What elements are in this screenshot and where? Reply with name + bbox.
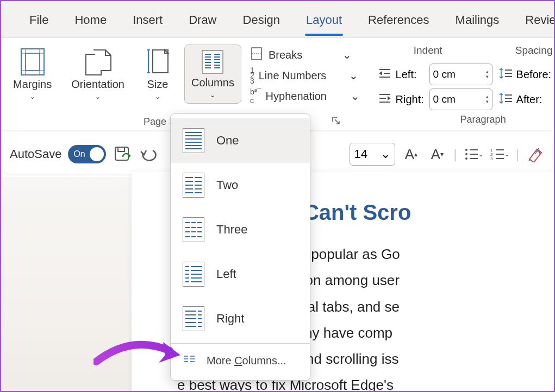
columns-button[interactable]: Columns ⌄ bbox=[184, 45, 241, 104]
line-numbers-icon: 123 bbox=[250, 67, 254, 84]
indent-right-input[interactable]: 0 cm ▴▾ bbox=[429, 88, 492, 110]
hyphenation-button[interactable]: bª¯c Hyphenation ⌄ bbox=[250, 86, 360, 106]
margins-button[interactable]: Margins ⌄ bbox=[7, 45, 58, 103]
spacing-after-label: After: bbox=[516, 93, 555, 106]
increase-font-icon[interactable]: A▴ bbox=[402, 144, 421, 164]
chevron-down-icon: ⌄ bbox=[155, 93, 160, 100]
indent-right-icon bbox=[377, 92, 392, 107]
undo-icon[interactable] bbox=[139, 144, 158, 164]
columns-dropdown: One Two Three Left Right More Columns... bbox=[170, 113, 310, 381]
svg-text:3: 3 bbox=[490, 156, 493, 161]
columns-option-label: Two bbox=[216, 178, 238, 192]
chevron-down-icon: ⌄ bbox=[351, 90, 360, 103]
tab-home[interactable]: Home bbox=[61, 9, 120, 37]
autosave-state: On bbox=[73, 149, 85, 159]
indent-left-input[interactable]: 0 cm ▴▾ bbox=[429, 64, 492, 85]
tab-insert[interactable]: Insert bbox=[120, 9, 176, 37]
columns-option-one[interactable]: One bbox=[171, 118, 310, 163]
ribbon-tabs: File Home Insert Draw Design Layout Refe… bbox=[1, 1, 554, 38]
font-size-input[interactable]: 14 ⌄ bbox=[350, 143, 395, 166]
more-columns-label: More Columns... bbox=[207, 355, 286, 367]
hyphenation-icon: bª¯c bbox=[250, 87, 261, 105]
size-button[interactable]: Size ⌄ bbox=[138, 45, 178, 103]
tab-design[interactable]: Design bbox=[230, 9, 293, 37]
spacing-before-label: Before: bbox=[516, 68, 555, 81]
decrease-font-icon[interactable]: A▾ bbox=[428, 144, 447, 164]
bullets-icon[interactable]: ⌄ bbox=[464, 144, 483, 164]
columns-option-left[interactable]: Left bbox=[171, 252, 310, 296]
annotation-arrow-icon bbox=[93, 329, 186, 375]
orientation-icon bbox=[83, 47, 113, 77]
orientation-label: Orientation bbox=[71, 78, 124, 91]
page-setup-dialog-launcher[interactable] bbox=[332, 116, 340, 127]
breaks-label: Breaks bbox=[269, 49, 338, 61]
breaks-icon bbox=[250, 47, 264, 64]
line-numbers-button[interactable]: 123 Line Numbers ⌄ bbox=[250, 65, 360, 86]
columns-option-label: One bbox=[216, 134, 239, 148]
indent-left-icon bbox=[377, 67, 392, 82]
indent-right-label: Right: bbox=[396, 93, 426, 106]
columns-left-icon bbox=[183, 262, 204, 287]
indent-right-value: 0 cm bbox=[433, 93, 456, 105]
tab-draw[interactable]: Draw bbox=[176, 9, 229, 37]
numbering-icon[interactable]: 123⌄ bbox=[490, 144, 509, 164]
svg-rect-1 bbox=[26, 53, 40, 71]
margins-icon bbox=[19, 47, 46, 77]
columns-icon bbox=[199, 48, 226, 75]
tab-review[interactable]: Review bbox=[512, 9, 555, 37]
columns-option-label: Three bbox=[216, 223, 247, 237]
styles-icon[interactable]: A bbox=[526, 144, 545, 164]
orientation-button[interactable]: Orientation ⌄ bbox=[65, 45, 131, 103]
chevron-down-icon: ⌄ bbox=[381, 147, 390, 161]
columns-three-icon bbox=[183, 217, 204, 242]
columns-option-label: Left bbox=[216, 267, 236, 281]
size-icon bbox=[144, 47, 171, 77]
spinner-arrows-icon[interactable]: ▴▾ bbox=[486, 69, 489, 79]
tab-mailings[interactable]: Mailings bbox=[442, 9, 513, 37]
chevron-down-icon: ⌄ bbox=[210, 91, 215, 99]
paragraph-group-label: Paragraph bbox=[377, 114, 555, 125]
save-icon[interactable] bbox=[113, 144, 132, 164]
font-size-value: 14 bbox=[354, 147, 367, 161]
columns-option-two[interactable]: Two bbox=[171, 163, 310, 207]
svg-text:A: A bbox=[535, 147, 540, 155]
breaks-button[interactable]: Breaks ⌄ bbox=[250, 45, 360, 65]
svg-point-41 bbox=[465, 153, 467, 155]
chevron-down-icon: ⌄ bbox=[30, 93, 35, 100]
svg-rect-0 bbox=[21, 49, 44, 75]
indent-left-value: 0 cm bbox=[433, 68, 456, 80]
hyphenation-label: Hyphenation bbox=[266, 90, 346, 103]
chevron-down-icon: ⌄ bbox=[95, 93, 101, 100]
tab-file[interactable]: File bbox=[16, 9, 61, 37]
line-numbers-label: Line Numbers bbox=[259, 69, 345, 82]
menu-separator bbox=[171, 343, 310, 344]
spacing-before-icon bbox=[498, 67, 513, 82]
columns-label: Columns bbox=[191, 77, 234, 89]
chevron-down-icon: ⌄ bbox=[342, 48, 352, 61]
tab-references[interactable]: References bbox=[355, 9, 442, 37]
chevron-down-icon: ⌄ bbox=[349, 69, 358, 82]
indent-header: Indent bbox=[414, 45, 442, 56]
svg-point-42 bbox=[465, 157, 467, 160]
indent-left-label: Left: bbox=[396, 68, 426, 81]
more-columns-option[interactable]: More Columns... bbox=[171, 346, 310, 376]
spacing-header: Spacing bbox=[515, 45, 553, 56]
svg-rect-39 bbox=[118, 147, 124, 151]
size-label: Size bbox=[147, 78, 169, 91]
tab-layout[interactable]: Layout bbox=[293, 9, 355, 37]
columns-option-three[interactable]: Three bbox=[171, 207, 310, 252]
autosave-toggle[interactable]: On bbox=[68, 145, 106, 163]
spinner-arrows-icon[interactable]: ▴▾ bbox=[486, 94, 489, 104]
autosave-label: AutoSave bbox=[10, 147, 61, 161]
spacing-after-icon bbox=[498, 92, 513, 107]
columns-option-right[interactable]: Right bbox=[171, 296, 310, 341]
columns-one-icon bbox=[183, 128, 204, 153]
columns-option-label: Right bbox=[216, 312, 244, 326]
svg-point-40 bbox=[465, 149, 467, 151]
columns-right-icon bbox=[183, 306, 204, 331]
margins-label: Margins bbox=[13, 78, 52, 91]
columns-two-icon bbox=[183, 173, 204, 198]
